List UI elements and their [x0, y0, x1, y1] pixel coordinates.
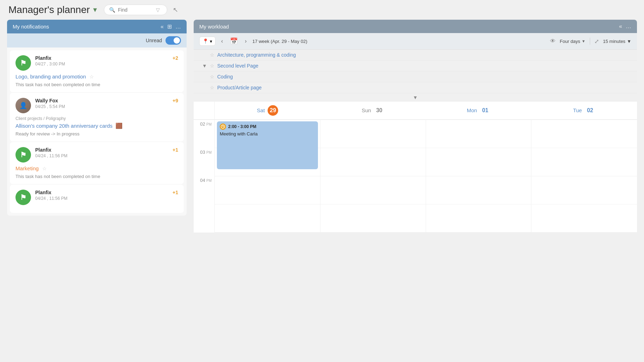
location-icon: 📍	[202, 38, 208, 44]
notification-header-4: ⚑ Planfix 04/24 , 11:56 PM +1	[15, 190, 178, 205]
task-star-4[interactable]: ☆	[210, 85, 214, 90]
day-cell-tue-1	[531, 120, 637, 148]
event-time-text: 2:00 - 3:00 PM	[228, 124, 256, 129]
calendar-section: Sat 29 Sun 30 Mon 01 Tue 02	[194, 102, 637, 233]
notifications-panel: My notifications « ⊞ … Unread ⚑ Planfix	[7, 20, 187, 233]
event-time-row: 2:00 - 3:00 PM	[220, 123, 315, 130]
notification-meta-1: Planfix 04/27 , 3:00 PM	[35, 55, 168, 66]
notification-card-2: 👤 Wally Fox 04/25 , 5:54 PM +9 Client pr…	[10, 93, 184, 141]
event-block-1[interactable]: 2:00 - 3:00 PM Meeting with Carla	[217, 121, 318, 169]
view-selector[interactable]: Four days ▼	[560, 39, 586, 44]
expand-btn-2[interactable]: ▼	[199, 63, 210, 69]
notification-card-1: ⚑ Planfix 04/27 , 3:00 PM +2 Logo, brand…	[10, 50, 184, 92]
notification-meta-2: Wally Fox 04/25 , 5:54 PM	[35, 98, 168, 109]
notifications-title: My notifications	[13, 24, 49, 30]
view-label: Four days	[560, 39, 580, 44]
task-name-4[interactable]: Product/Article page	[217, 85, 262, 90]
time-cell-02: 02 PM	[194, 120, 215, 148]
day-label-mon: Mon	[467, 107, 477, 113]
day-cell-sat-4	[215, 204, 320, 233]
event-clock-icon	[220, 123, 226, 130]
notification-header-3: ⚑ Planfix 04/24 , 11:56 PM +1	[15, 147, 178, 163]
collapse-task-rows-button[interactable]: ▼	[413, 95, 418, 100]
time-label: 15 minutes	[603, 39, 626, 44]
day-label-tue: Tue	[573, 107, 582, 113]
day-num-mon: 01	[480, 105, 490, 116]
task-row-3: ☆ Coding	[194, 71, 637, 82]
day-label-sat: Sat	[257, 107, 265, 113]
day-cell-sun-3	[320, 176, 426, 204]
notifications-more-icon[interactable]: …	[175, 24, 181, 30]
task-name-1[interactable]: Architecture, programming & coding	[217, 52, 296, 58]
day-cell-sun-4	[320, 204, 426, 233]
day-cell-mon-4	[426, 204, 531, 233]
task-name-3[interactable]: Coding	[217, 74, 233, 80]
time-label-03: 03 PM	[200, 150, 212, 155]
prev-week-button[interactable]: ‹	[220, 37, 224, 46]
task-star-3[interactable]: ☆	[210, 74, 214, 80]
day-cell-tue-2	[531, 148, 637, 176]
day-num-sat: 29	[268, 105, 278, 116]
unread-toggle[interactable]	[165, 36, 181, 45]
day-col-sat: 2:00 - 3:00 PM Meeting with Carla	[215, 120, 320, 233]
notifications-grid-icon[interactable]: ⊞	[167, 23, 172, 30]
desc-2: Ready for review -> In progress	[15, 131, 178, 136]
app-title-dropdown-icon[interactable]: ▼	[92, 6, 98, 14]
day-label-sun: Sun	[362, 107, 371, 113]
search-input[interactable]	[118, 7, 153, 13]
sender-2: Wally Fox	[35, 98, 168, 103]
view-dropdown-icon: ▼	[582, 39, 586, 43]
star-1[interactable]: ☆	[89, 74, 94, 80]
task-star-2[interactable]: ☆	[210, 63, 214, 69]
time-selector[interactable]: 15 minutes ▼	[603, 39, 631, 44]
time-2: 04/25 , 5:54 PM	[35, 104, 168, 109]
time-dropdown-icon: ▼	[627, 39, 631, 44]
time-4: 04/24 , 11:56 PM	[35, 196, 168, 201]
expand-icon: ⤢	[594, 38, 599, 45]
toolbar-divider	[590, 38, 590, 45]
cal-header-sun: Sun 30	[320, 102, 426, 119]
badge-3: +1	[173, 147, 178, 153]
workload-header-actions: « …	[619, 23, 631, 30]
notifications-header: My notifications « ⊞ …	[7, 20, 187, 33]
workload-title: My workload	[199, 24, 229, 30]
cal-header-sat: Sat 29	[215, 102, 320, 119]
next-week-button[interactable]: ›	[243, 37, 248, 46]
filter-icon[interactable]: ▽	[156, 7, 160, 13]
task-link-2[interactable]: Allison's company 20th anniversary cards…	[15, 123, 123, 129]
workload-panel: My workload « … 📍 ▾ ‹ 📅 › 17 week (Apr. …	[194, 20, 637, 233]
day-cell-mon-3	[426, 176, 531, 204]
badge-4: +1	[173, 190, 178, 195]
day-cell-mon-2	[426, 148, 531, 176]
time-1: 04/27 , 3:00 PM	[35, 62, 168, 66]
location-button[interactable]: 📍 ▾	[199, 37, 215, 46]
notification-card-4: ⚑ Planfix 04/24 , 11:56 PM +1	[10, 185, 184, 213]
avatar-wally: 👤	[15, 98, 31, 113]
week-label: 17 week (Apr. 29 - May 02)	[252, 39, 307, 44]
notifications-header-actions: « ⊞ …	[161, 23, 181, 30]
search-icon: 🔍	[109, 7, 115, 13]
task-name-2[interactable]: Second level Page	[217, 63, 258, 69]
workload-collapse-icon[interactable]: «	[619, 23, 622, 30]
workload-toolbar: 📍 ▾ ‹ 📅 › 17 week (Apr. 29 - May 02) 👁 F…	[194, 33, 637, 50]
notifications-collapse-icon[interactable]: «	[161, 24, 164, 30]
time-label-02: 02 PM	[200, 121, 212, 127]
time-col-header	[194, 102, 215, 119]
task-link-3[interactable]: Marketing ☆	[15, 165, 47, 171]
star-3[interactable]: ☆	[42, 166, 47, 171]
avatar-wally-img: 👤	[15, 98, 31, 113]
task-link-1[interactable]: Logo, branding and promotion ☆	[15, 74, 94, 80]
workload-more-icon[interactable]: …	[626, 23, 631, 30]
sender-1: Planfix	[35, 55, 168, 61]
task-rows: ☆ Architecture, programming & coding ▼ ☆…	[194, 50, 637, 93]
task-row-1: ☆ Architecture, programming & coding	[194, 50, 637, 61]
top-bar: Manager's planner ▼ 🔍 ▽ ↖	[0, 0, 644, 20]
calendar-button[interactable]: 📅	[229, 36, 239, 46]
desc-3: This task has not been completed on time	[15, 174, 178, 179]
app-title-text: Manager's planner	[8, 4, 90, 15]
cursor-indicator: ↖	[173, 6, 178, 14]
event-title-1: Meeting with Carla	[220, 131, 315, 136]
task-star-1[interactable]: ☆	[210, 52, 214, 58]
calendar-header-row: Sat 29 Sun 30 Mon 01 Tue 02	[194, 102, 637, 120]
unread-label: Unread	[146, 38, 162, 43]
